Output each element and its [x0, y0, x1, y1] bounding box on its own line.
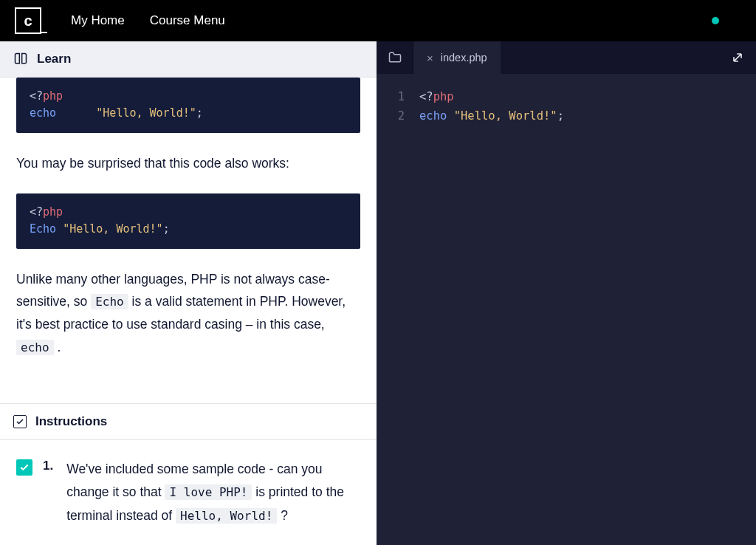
- step-number: 1.: [43, 459, 53, 528]
- tab-filename: index.php: [441, 52, 487, 64]
- check-complete-icon: [16, 459, 32, 476]
- code-line: 2 echo "Hello, World!";: [377, 106, 756, 126]
- editor-tab-bar: × index.php: [377, 41, 756, 74]
- file-browser-button[interactable]: [377, 41, 413, 74]
- learn-header: Learn: [0, 41, 377, 78]
- instructions-title: Instructions: [35, 414, 107, 429]
- logo[interactable]: c: [15, 7, 41, 34]
- code-line: 1 <?php: [377, 87, 756, 106]
- lesson-paragraph: Unlike many other languages, PHP is not …: [16, 268, 360, 359]
- notification-indicator-icon[interactable]: [712, 17, 719, 24]
- inline-code: Echo: [91, 294, 128, 309]
- line-number: 1: [377, 87, 419, 106]
- expand-button[interactable]: [719, 41, 756, 74]
- step-text: We've included some sample code - can yo…: [66, 458, 360, 528]
- close-tab-icon[interactable]: ×: [427, 52, 433, 64]
- line-number: 2: [377, 106, 419, 126]
- nav-my-home[interactable]: My Home: [71, 13, 125, 28]
- lesson-content[interactable]: <?php echo "Hello, World!"; You may be s…: [0, 78, 377, 403]
- inline-code: Hello, World!: [176, 508, 277, 524]
- inline-code: echo: [16, 340, 54, 355]
- lesson-paragraph: You may be surprised that this code also…: [16, 152, 360, 175]
- checkbox-icon: [13, 415, 27, 428]
- code-example-1: <?php echo "Hello, World!";: [16, 78, 360, 133]
- editor-tab-active[interactable]: × index.php: [413, 41, 501, 74]
- inline-code: I love PHP!: [165, 484, 252, 500]
- instruction-step: 1. We've included some sample code - can…: [0, 440, 377, 546]
- folder-icon: [388, 50, 402, 65]
- learn-title: Learn: [37, 52, 71, 66]
- nav-course-menu[interactable]: Course Menu: [150, 13, 225, 28]
- book-icon: [13, 52, 28, 66]
- instructions-header: Instructions: [0, 403, 377, 440]
- logo-letter: c: [24, 13, 32, 28]
- code-editor[interactable]: 1 <?php 2 echo "Hello, World!";: [377, 74, 756, 545]
- expand-icon: [730, 50, 745, 65]
- learn-panel: Learn <?php echo "Hello, World!"; You ma…: [0, 41, 377, 545]
- code-example-2: <?php Echo "Hello, World!";: [16, 193, 360, 249]
- code-editor-panel: × index.php 1 <?php 2 echo "Hello, World…: [377, 41, 756, 545]
- top-nav: c My Home Course Menu: [0, 0, 756, 41]
- logo-underscore: [40, 32, 47, 34]
